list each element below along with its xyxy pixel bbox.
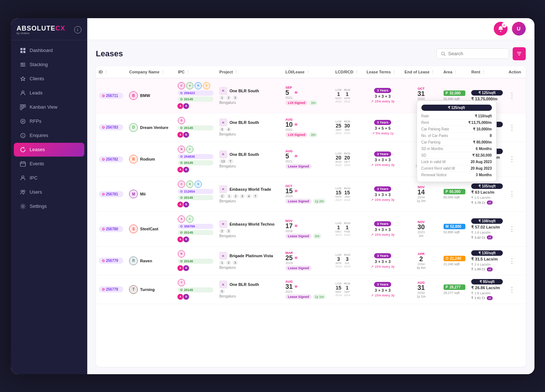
sidebar-item-rfps[interactable]: RFPs	[14, 114, 84, 128]
rcd-year: 2022	[344, 132, 350, 135]
lcd-block: LCD 20 AUG 2022	[335, 152, 342, 167]
loi-date: MAR 25 2019 👁	[285, 251, 329, 265]
sidebar-item-dashboard[interactable]: Dashboard	[14, 44, 84, 57]
loi-date: SEP 5 2021 👁	[285, 86, 329, 100]
sidebar-item-settings[interactable]: Settings	[14, 199, 84, 213]
sidebar-item-enquires[interactable]: i Enquires	[14, 129, 84, 142]
rent-cell: ₹ 105/sqft ₹ 63 Lacs/m₹ 1.5 Lacs/m ₹ 3.7…	[471, 183, 503, 205]
loi-age: 2m	[309, 132, 317, 137]
sort-ipc[interactable]: ⋮	[186, 70, 190, 74]
project-city: Bengaluru	[219, 132, 280, 136]
rent-cr-value: ₹ 3.78 Cr	[471, 201, 485, 205]
kanban-icon	[20, 104, 26, 110]
ipc-logos: R	[178, 250, 213, 258]
action-menu[interactable]: ⋮	[509, 190, 515, 198]
rcd-day: 15	[344, 190, 350, 195]
company-logo: M	[129, 190, 138, 198]
rent-rate-badge: ₹ 108/sqft	[471, 218, 503, 224]
project-badge: 3	[232, 260, 238, 265]
project-badge: 4	[226, 127, 231, 132]
loi-year: 2016	[285, 229, 293, 233]
notification-button[interactable]: 2	[494, 22, 508, 36]
rcd-day: 3	[346, 256, 349, 262]
eye-icon[interactable]: 👁	[294, 189, 298, 193]
tooltip-lock-value: 20 Aug 2023	[471, 160, 492, 164]
lcd-block: LCD 15 MAY 2014	[335, 282, 342, 297]
rent-sub: ₹ 1.8 Lacs/m	[471, 231, 503, 234]
sort-terms[interactable]: ⋮	[392, 70, 396, 74]
svg-point-18	[500, 31, 501, 32]
action-menu[interactable]: ⋮	[509, 155, 515, 163]
users-icon	[20, 189, 26, 195]
sidebar-item-users[interactable]: Users	[14, 185, 84, 199]
sidebar-item-kanban[interactable]: Kanban View	[14, 100, 84, 114]
sort-project[interactable]: ⋮	[235, 70, 238, 74]
area-badge-primary: M 52,800	[444, 224, 466, 229]
sidebar-item-leads[interactable]: Leads	[14, 86, 84, 100]
search-input[interactable]	[448, 51, 504, 56]
project-badge: T	[253, 194, 259, 198]
company-logo: D	[129, 123, 138, 132]
area-cell: M 52,800 52,800 sqft	[444, 224, 466, 234]
user-avatars: AB	[178, 201, 213, 208]
eol-cell: NOV 14 2034 1y 2m	[405, 185, 438, 203]
sort-id[interactable]: ⋮	[104, 70, 108, 74]
project-logo-row: K One BLR South	[219, 150, 280, 158]
svg-point-16	[23, 190, 25, 192]
sort-rent[interactable]: ⋮	[482, 70, 485, 74]
term-escalation: ↗ 15% every 3y	[371, 294, 394, 297]
eye-icon[interactable]: 👁	[294, 122, 298, 127]
stacking-icon	[20, 61, 26, 68]
project-badge: 2	[226, 260, 231, 265]
sort-company[interactable]: ⋮	[161, 70, 165, 74]
sort-loi[interactable]: ⋮	[306, 70, 310, 74]
loi-cell: MAR 25 2019 👁 Lease Signed	[285, 251, 329, 271]
tooltip-rent-value: ₹ 13,75,000/m	[468, 121, 492, 125]
eye-icon[interactable]: 👁	[294, 90, 298, 95]
col-lcd: LCD/RCD ⋮	[332, 66, 364, 78]
sidebar-item-clients[interactable]: Clients	[14, 72, 84, 86]
eye-icon[interactable]: 👁	[294, 256, 298, 260]
sidebar-item-ipc[interactable]: IPC	[14, 171, 84, 185]
loi-cell: OCT 15 2016 👁 Lease Signed 1y 2m	[285, 184, 329, 204]
lcd-block: LCD 1 DEC 2014	[335, 222, 342, 237]
project-badge: 2	[226, 96, 231, 100]
rcd-year: 2022	[344, 163, 350, 167]
svg-point-14	[22, 176, 24, 178]
action-menu[interactable]: ⋮	[509, 225, 515, 233]
action-menu[interactable]: ⋮	[509, 124, 515, 131]
eol-year: 2034	[417, 262, 425, 266]
sort-lcd[interactable]: ⋮	[355, 70, 358, 74]
sidebar-item-stacking[interactable]: Stacking	[14, 58, 84, 72]
sidebar-item-events[interactable]: Events	[14, 157, 84, 171]
eye-icon[interactable]: 👁	[294, 154, 298, 158]
area-num: 21,240	[450, 256, 461, 260]
rent-cr-value: ₹ 1.89 Cr	[471, 267, 485, 271]
lcd-cell: LCD 3 APR 2019 RCD 3 JUL 2019	[335, 253, 361, 268]
lcd-block: LCD 1 NOV 2022	[335, 88, 342, 103]
sort-area[interactable]: ⋮	[454, 70, 457, 74]
eye-icon[interactable]: 👁	[294, 284, 298, 289]
filter-icon	[516, 51, 522, 57]
filter-button[interactable]	[513, 47, 526, 60]
loi-status-row: Lease Signed	[285, 266, 329, 271]
eye-icon[interactable]: 👁	[294, 224, 298, 228]
action-menu[interactable]: ⋮	[509, 286, 515, 293]
sidebar-item-leases[interactable]: Leases	[14, 143, 84, 157]
search-box[interactable]	[436, 48, 509, 59]
tooltip-car-total-value: ₹ 80,000/m	[473, 140, 492, 144]
action-menu[interactable]: ⋮	[509, 92, 515, 99]
action-menu[interactable]: ⋮	[509, 257, 515, 264]
rcd-block: RCD 1 FEB 2015	[344, 222, 350, 237]
lcd-month: APR	[336, 262, 341, 265]
sort-eol[interactable]: ⋮	[431, 70, 434, 74]
project-cell: K One BLR South 34 Bengaluru	[219, 118, 280, 136]
user-avatar-button[interactable]: U	[512, 22, 526, 36]
loi-status-badge: LOI Signed	[285, 132, 308, 137]
info-icon[interactable]: i	[74, 26, 81, 33]
loi-age: 1y 2m	[313, 199, 326, 204]
id-icon: ⊙	[102, 192, 105, 196]
tooltip-car-total-label: Car Parking	[421, 140, 441, 144]
loi-day: 10	[285, 121, 293, 128]
area-num: 60,000	[449, 190, 461, 194]
